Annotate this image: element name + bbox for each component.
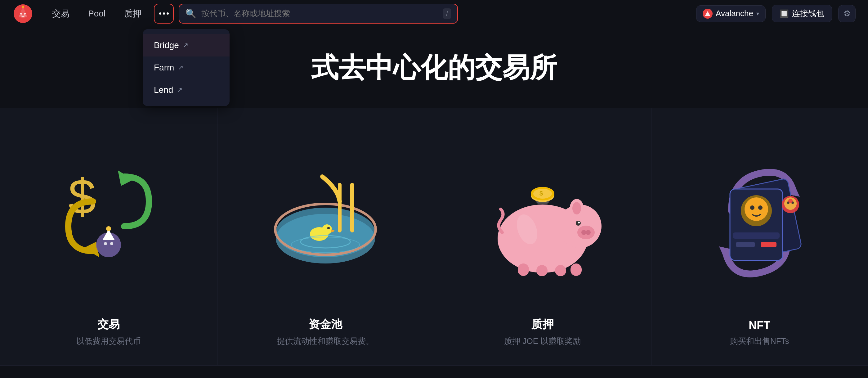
wallet-icon: 🔲 (780, 9, 789, 18)
stake-card[interactable]: $ 质押 质押 JOE 以赚取奖励 (434, 108, 651, 366)
svg-rect-37 (555, 265, 566, 276)
svg-point-60 (788, 199, 793, 203)
hero-title: 式去中心化的交易所 (311, 49, 557, 86)
svg-point-5 (22, 6, 24, 8)
pool-card[interactable]: 资金池 提供流动性和赚取交易费。 (217, 108, 434, 366)
trade-card-subtitle: 以低费用交易代币 (76, 336, 141, 347)
svg-point-23 (327, 227, 330, 229)
hero-section: 式去中心化的交易所 (0, 27, 868, 108)
svg-rect-35 (518, 263, 529, 276)
svg-text:$: $ (539, 190, 543, 197)
external-link-icon: ↗ (177, 86, 182, 94)
svg-point-30 (586, 230, 591, 235)
stake-illustration: $ (434, 121, 651, 307)
dropdown-menu: Bridge ↗ Farm ↗ Lend ↗ (143, 29, 229, 106)
svg-point-34 (572, 202, 581, 214)
nav-pool[interactable]: Pool (79, 6, 115, 22)
dropdown-farm[interactable]: Farm ↗ (143, 57, 229, 79)
svg-rect-19 (350, 183, 354, 232)
svg-point-13 (104, 242, 107, 245)
network-selector[interactable]: Avalanche ▾ (696, 5, 766, 22)
svg-rect-38 (570, 263, 582, 276)
settings-icon: ⚙ (843, 9, 850, 18)
svg-rect-53 (733, 232, 780, 239)
network-name: Avalanche (716, 9, 753, 18)
search-icon: 🔍 (186, 8, 196, 19)
svg-point-32 (578, 222, 580, 224)
stake-card-title: 质押 (531, 317, 554, 332)
svg-point-3 (20, 13, 22, 14)
trade-card[interactable]: $ 交易 以低费用交易代币 (0, 108, 217, 366)
svg-point-29 (581, 230, 586, 235)
chevron-down-icon: ▾ (756, 10, 759, 17)
search-input[interactable] (202, 9, 438, 18)
svg-rect-18 (338, 183, 342, 232)
farm-label: Farm (154, 63, 174, 72)
connect-wallet-button[interactable]: 🔲 连接钱包 (772, 5, 832, 22)
dots-icon (159, 12, 169, 14)
svg-point-14 (110, 242, 113, 245)
svg-point-51 (750, 205, 754, 210)
svg-rect-54 (736, 242, 755, 248)
dropdown-lend[interactable]: Lend ↗ (143, 79, 229, 101)
trade-illustration: $ (0, 121, 217, 307)
external-link-icon: ↗ (178, 64, 183, 72)
header-right: Avalanche ▾ 🔲 连接钱包 ⚙ (696, 5, 856, 22)
dropdown-bridge[interactable]: Bridge ↗ (143, 34, 229, 57)
avalanche-icon (703, 9, 713, 19)
lend-label: Lend (154, 85, 173, 95)
main-nav: 交易 Pool 质押 (43, 5, 151, 23)
svg-point-2 (19, 14, 27, 18)
more-button[interactable] (154, 4, 174, 24)
svg-rect-36 (536, 265, 548, 276)
svg-point-12 (106, 226, 111, 231)
external-link-icon: ↗ (183, 41, 188, 49)
svg-point-21 (322, 224, 332, 234)
nft-card-title: NFT (749, 319, 770, 332)
header: 交易 Pool 质押 🔍 / Avalanche ▾ 🔲 连接钱包 ⚙ (0, 0, 868, 27)
logo[interactable] (12, 3, 33, 24)
pool-card-title: 资金池 (309, 317, 342, 332)
svg-rect-55 (761, 242, 776, 248)
bridge-label: Bridge (154, 40, 179, 50)
pool-card-subtitle: 提供流动性和赚取交易费。 (277, 336, 374, 347)
nft-card[interactable]: NFT 购买和出售NFTs (651, 108, 868, 366)
trade-card-title: 交易 (97, 317, 120, 332)
search-bar: 🔍 / (179, 4, 458, 24)
svg-point-52 (758, 205, 763, 210)
nav-stake[interactable]: 质押 (115, 5, 151, 23)
search-shortcut: / (443, 8, 451, 19)
nft-card-subtitle: 购买和出售NFTs (730, 336, 789, 347)
nft-illustration (651, 121, 868, 307)
cards-section: $ 交易 以低费用交易代币 (0, 108, 868, 366)
svg-point-50 (745, 197, 768, 221)
svg-point-4 (24, 13, 26, 14)
svg-marker-6 (705, 11, 710, 16)
pool-illustration (217, 121, 434, 307)
settings-button[interactable]: ⚙ (838, 5, 856, 22)
stake-card-subtitle: 质押 JOE 以赚取奖励 (504, 336, 581, 347)
nav-trade[interactable]: 交易 (43, 5, 79, 23)
connect-wallet-label: 连接钱包 (792, 8, 824, 19)
